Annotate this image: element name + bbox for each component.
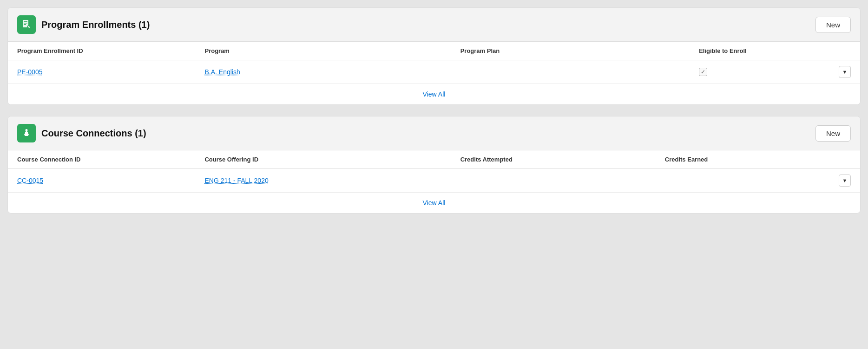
program-enrollments-header: Program Enrollments (1) New [8, 8, 860, 41]
course-connections-header-left: Course Connections (1) [17, 124, 146, 142]
eligible-cell: ✓ ▼ [690, 60, 860, 84]
col-header-program: Program [195, 42, 451, 60]
course-connection-dropdown-btn[interactable]: ▼ [839, 174, 851, 187]
course-connections-table-container: Course Connection ID Course Offering ID … [8, 150, 860, 213]
col-header-credits-earned: Credits Earned [656, 150, 860, 169]
program-enrollments-table-container: Program Enrollment ID Program Program Pl… [8, 41, 860, 104]
credits-attempted-cell [451, 169, 656, 193]
course-connections-new-button[interactable]: New [815, 125, 851, 142]
course-connections-table: Course Connection ID Course Offering ID … [8, 150, 860, 213]
program-enrollments-title: Program Enrollments (1) [41, 19, 150, 30]
program-cell: B.A. English [195, 60, 451, 84]
program-enrollments-view-all-link[interactable]: View All [423, 90, 446, 98]
col-header-eligible: Eligible to Enroll [690, 42, 860, 60]
course-connections-header: Course Connections (1) New [8, 116, 860, 150]
course-connections-card: Course Connections (1) New Course Connec… [7, 116, 861, 213]
svg-rect-6 [25, 135, 28, 136]
program-enrollments-card: Program Enrollments (1) New Program Enro… [7, 7, 861, 105]
connection-id-cell: CC-0015 [8, 169, 195, 193]
credits-earned-cell: ▼ [656, 169, 860, 193]
view-all-row: View All [8, 84, 860, 105]
program-enrollments-header-left: Program Enrollments (1) [17, 15, 150, 34]
program-enrollments-new-button[interactable]: New [815, 17, 851, 33]
plan-cell [451, 60, 690, 84]
program-enrollments-icon [17, 15, 36, 34]
svg-rect-1 [24, 21, 27, 22]
program-enrollments-header-row: Program Enrollment ID Program Program Pl… [8, 42, 860, 60]
table-row: PE-0005 B.A. English ✓ ▼ [8, 60, 860, 84]
table-row: CC-0015 ENG 211 - FALL 2020 ▼ [8, 169, 860, 193]
course-view-all-row: View All [8, 193, 860, 213]
offering-id-link[interactable]: ENG 211 - FALL 2020 [204, 177, 268, 184]
col-header-offering-id: Course Offering ID [195, 150, 451, 169]
course-connections-title: Course Connections (1) [41, 128, 146, 139]
col-header-credits-attempted: Credits Attempted [451, 150, 656, 169]
enrollment-id-cell: PE-0005 [8, 60, 195, 84]
svg-rect-5 [24, 134, 29, 135]
col-header-enrollment-id: Program Enrollment ID [8, 42, 195, 60]
enrollment-id-link[interactable]: PE-0005 [17, 68, 42, 76]
view-all-cell: View All [8, 84, 860, 105]
offering-id-cell: ENG 211 - FALL 2020 [195, 169, 451, 193]
connection-id-link[interactable]: CC-0015 [17, 177, 43, 184]
eligible-dropdown-btn[interactable]: ▼ [839, 66, 851, 78]
svg-rect-2 [24, 23, 27, 24]
svg-rect-3 [24, 24, 26, 25]
course-connections-icon [17, 124, 36, 142]
program-link[interactable]: B.A. English [204, 68, 240, 76]
course-connections-header-row: Course Connection ID Course Offering ID … [8, 150, 860, 169]
course-connections-view-all-link[interactable]: View All [423, 199, 446, 207]
col-header-program-plan: Program Plan [451, 42, 690, 60]
col-header-connection-id: Course Connection ID [8, 150, 195, 169]
eligible-checkbox[interactable]: ✓ [699, 68, 707, 76]
course-view-all-cell: View All [8, 193, 860, 213]
program-enrollments-table: Program Enrollment ID Program Program Pl… [8, 42, 860, 104]
